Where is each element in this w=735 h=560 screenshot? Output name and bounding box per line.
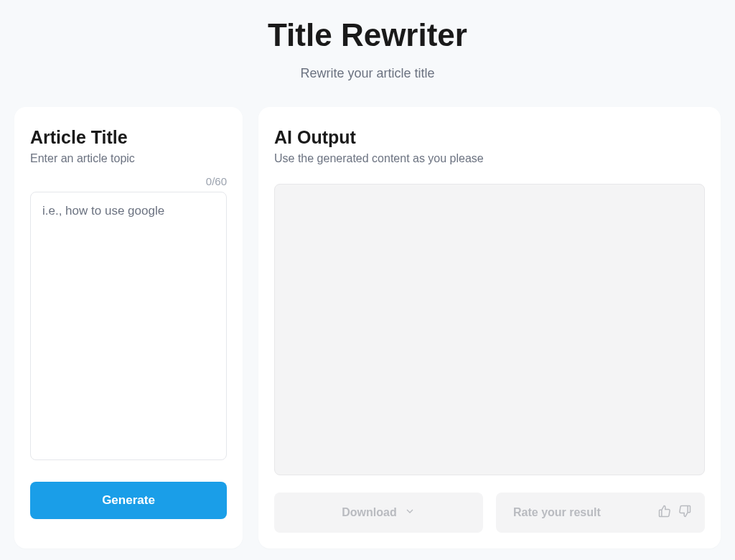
input-panel-title: Article Title [30, 127, 227, 148]
page-title: Title Rewriter [0, 17, 735, 53]
thumbs-down-icon[interactable] [678, 504, 692, 521]
article-title-input[interactable] [30, 192, 227, 460]
generate-button[interactable]: Generate [30, 482, 227, 519]
page-subtitle: Rewrite your article title [0, 66, 735, 81]
content-wrapper: Article Title Enter an article topic 0/6… [0, 107, 735, 549]
input-panel-subtitle: Enter an article topic [30, 152, 227, 165]
download-label: Download [342, 506, 396, 519]
output-panel-title: AI Output [274, 127, 705, 148]
thumbs-up-icon[interactable] [657, 504, 672, 521]
output-panel-subtitle: Use the generated content as you please [274, 152, 705, 165]
download-button[interactable]: Download [274, 493, 483, 533]
output-panel: AI Output Use the generated content as y… [258, 107, 721, 549]
output-area [274, 184, 705, 475]
rate-button[interactable]: Rate your result [496, 493, 705, 533]
rate-label: Rate your result [509, 506, 650, 519]
page-header: Title Rewriter Rewrite your article titl… [0, 0, 735, 107]
rate-icons [657, 504, 692, 521]
output-actions: Download Rate your result [274, 493, 705, 533]
chevron-down-icon [404, 505, 416, 520]
input-panel: Article Title Enter an article topic 0/6… [14, 107, 243, 549]
char-counter: 0/60 [30, 175, 227, 187]
